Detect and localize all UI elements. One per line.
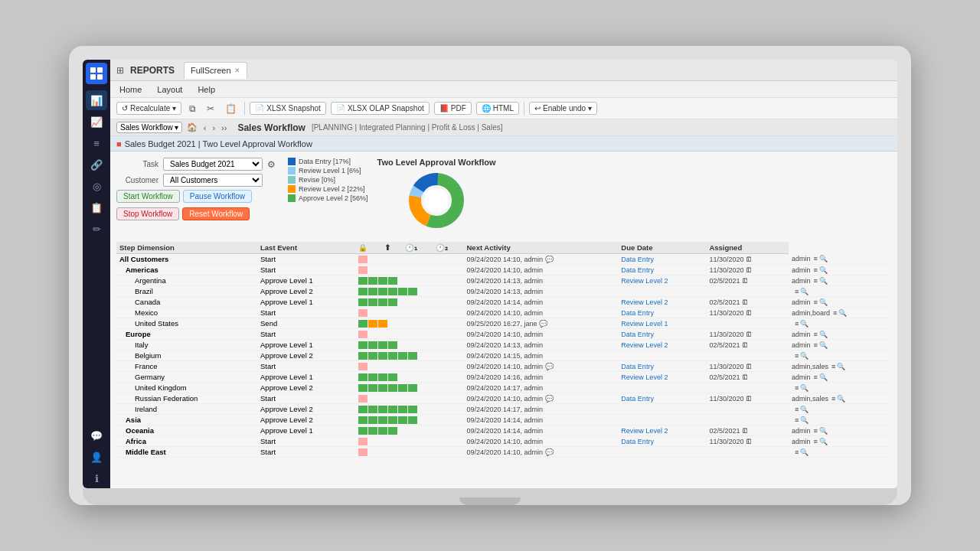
- col-next-activity: Next Activity: [463, 242, 618, 254]
- sidebar-icon-link[interactable]: 🔗: [86, 155, 107, 174]
- enable-undo-button[interactable]: ↩ Enable undo ▾: [529, 102, 597, 115]
- row-icon-search[interactable]: 🔍: [837, 395, 845, 403]
- row-icon-search[interactable]: 🔍: [819, 298, 828, 306]
- scissors-button[interactable]: ✂: [204, 102, 217, 116]
- path-back-button[interactable]: ‹: [202, 123, 208, 132]
- chat-icon[interactable]: 💬: [543, 395, 554, 403]
- stop-workflow-button[interactable]: Stop Workflow: [116, 207, 179, 220]
- cell-due-date: 02/5/2021 🗓: [706, 276, 789, 286]
- row-icon-list[interactable]: ≡: [795, 448, 799, 456]
- row-icon-search[interactable]: 🔍: [800, 416, 808, 424]
- menu-home[interactable]: Home: [116, 83, 145, 96]
- row-icon-search[interactable]: 🔍: [800, 320, 808, 328]
- row-icon-search[interactable]: 🔍: [819, 438, 828, 445]
- path-home-button[interactable]: 🏠: [185, 122, 199, 132]
- cell-last-event: Start: [257, 361, 355, 372]
- row-icon-list[interactable]: ≡: [814, 341, 818, 349]
- path-dropdown[interactable]: Sales Workflow ▾: [116, 122, 182, 133]
- content-header: ■ Sales Budget 2021 | Two Level Approval…: [110, 136, 897, 152]
- row-icon-list[interactable]: ≡: [814, 373, 818, 381]
- row-icon-list[interactable]: ≡: [795, 384, 799, 392]
- row-icon-search[interactable]: 🔍: [819, 255, 828, 262]
- row-icon-search[interactable]: 🔍: [800, 448, 808, 456]
- row-icon-list[interactable]: ≡: [814, 255, 818, 262]
- sidebar-icon-pen[interactable]: ✏: [86, 219, 107, 239]
- sidebar-icon-reports[interactable]: 📊: [86, 90, 107, 110]
- menu-help[interactable]: Help: [194, 83, 218, 96]
- chat-icon[interactable]: 💬: [543, 363, 554, 370]
- cell-due-date: 02/5/2021 🗓: [706, 425, 789, 436]
- xlsx-olap-button[interactable]: 📄 XLSX OLAP Snapshot: [331, 102, 430, 115]
- cell-bars: [355, 329, 464, 340]
- chat-icon[interactable]: 💬: [543, 256, 554, 263]
- row-icon-search[interactable]: 🔍: [800, 406, 808, 413]
- reset-workflow-button[interactable]: Reset Workflow: [182, 207, 250, 220]
- row-icon-list[interactable]: ≡: [795, 352, 799, 360]
- cell-step-dimension: Russian Federation: [116, 393, 257, 404]
- row-icon-list[interactable]: ≡: [795, 406, 799, 413]
- row-icon-list[interactable]: ≡: [814, 298, 818, 306]
- cell-next-activity: [618, 447, 706, 458]
- close-icon[interactable]: ✕: [234, 67, 240, 74]
- xlsx-olap-label: XLSX OLAP Snapshot: [348, 104, 424, 112]
- recalculate-dropdown-icon: ▾: [172, 104, 176, 112]
- path-more-button[interactable]: ››: [220, 123, 228, 132]
- row-icon-list[interactable]: ≡: [795, 320, 799, 328]
- xlsx-snapshot-button[interactable]: 📄 XLSX Snapshot: [250, 102, 326, 115]
- menu-layout[interactable]: Layout: [154, 83, 185, 96]
- sidebar-icon-doc[interactable]: 📋: [86, 197, 107, 217]
- row-icon-list[interactable]: ≡: [814, 438, 818, 445]
- row-icon-list[interactable]: ≡: [795, 416, 799, 424]
- sidebar-icon-user[interactable]: 👤: [86, 447, 107, 467]
- row-icon-list[interactable]: ≡: [814, 427, 818, 435]
- cell-last-event: Approve Level 2: [257, 404, 355, 415]
- row-icon-search[interactable]: 🔍: [837, 363, 845, 370]
- legend-color-1: [288, 167, 296, 174]
- row-icon-search[interactable]: 🔍: [819, 266, 828, 274]
- html-button[interactable]: 🌐 HTML: [476, 102, 519, 115]
- cell-last-event: Start: [257, 436, 355, 447]
- row-icon-search[interactable]: 🔍: [800, 384, 808, 392]
- table-row: MexicoStart09/24/2020 14:10, adminData E…: [116, 308, 891, 318]
- sidebar-icon-info[interactable]: ℹ: [86, 468, 107, 488]
- row-icon-list[interactable]: ≡: [833, 309, 837, 317]
- app-logo[interactable]: [86, 63, 107, 84]
- chat-icon[interactable]: 💬: [537, 320, 548, 328]
- row-icon-search[interactable]: 🔍: [819, 341, 828, 349]
- task-gear-icon[interactable]: ⚙: [267, 159, 276, 170]
- pdf-button[interactable]: 📕 PDF: [434, 102, 472, 115]
- sidebar-icon-circle[interactable]: ◎: [86, 176, 107, 196]
- due-date-flag-icon: 🗓: [743, 266, 753, 274]
- cell-last-event: Approve Level 1: [257, 276, 355, 286]
- row-icon-list[interactable]: ≡: [814, 277, 818, 285]
- paste-button[interactable]: 📋: [222, 102, 240, 116]
- copy-button[interactable]: ⧉: [186, 102, 199, 116]
- row-icon-search[interactable]: 🔍: [819, 373, 828, 381]
- cell-timestamp: 09/24/2020 14:17, admin: [463, 383, 618, 393]
- task-select[interactable]: Sales Budget 2021: [163, 158, 263, 171]
- row-icon-list[interactable]: ≡: [831, 363, 835, 370]
- cell-last-event: Start: [257, 265, 355, 276]
- row-icon-search[interactable]: 🔍: [800, 352, 808, 360]
- row-icon-list[interactable]: ≡: [831, 395, 835, 403]
- sidebar-icon-list[interactable]: ≡: [86, 133, 107, 153]
- row-icon-search[interactable]: 🔍: [838, 309, 847, 317]
- chat-icon[interactable]: 💬: [543, 448, 554, 456]
- row-icon-list[interactable]: ≡: [795, 288, 799, 295]
- cell-last-event: Approve Level 2: [257, 415, 355, 425]
- row-icon-search[interactable]: 🔍: [819, 427, 828, 435]
- row-icon-list[interactable]: ≡: [814, 266, 818, 274]
- row-icon-list[interactable]: ≡: [814, 331, 818, 338]
- pause-workflow-button[interactable]: Pause Workflow: [183, 190, 252, 203]
- recalculate-button[interactable]: ↺ Recalculate ▾: [116, 102, 181, 115]
- sidebar-icon-charts[interactable]: 📈: [86, 112, 107, 132]
- start-workflow-button[interactable]: Start Workflow: [116, 190, 180, 203]
- sidebar-icon-chat[interactable]: 💬: [86, 425, 107, 445]
- tab-fullscreen[interactable]: FullScreen ✕: [184, 62, 247, 79]
- row-icon-search[interactable]: 🔍: [800, 288, 808, 295]
- path-forward-button[interactable]: ›: [211, 123, 217, 132]
- customer-select[interactable]: All Customers: [163, 174, 263, 187]
- cell-step-dimension: Canada: [116, 297, 257, 308]
- row-icon-search[interactable]: 🔍: [819, 277, 828, 285]
- row-icon-search[interactable]: 🔍: [819, 331, 828, 338]
